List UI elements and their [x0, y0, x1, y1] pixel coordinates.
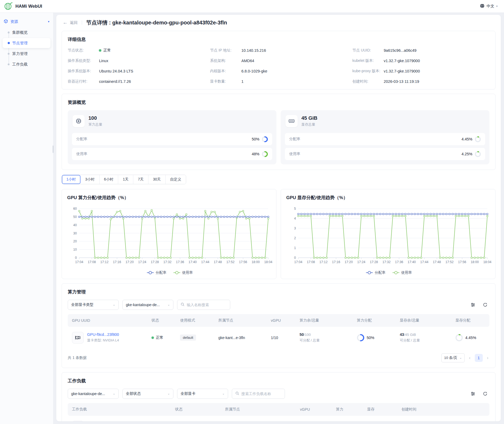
gpu-type-select[interactable]: 全部显卡类型 ⌄ — [68, 300, 119, 310]
refresh-button[interactable] — [481, 301, 489, 309]
gpu-vgpu: 1/10 — [267, 336, 295, 340]
legend-line-icon — [173, 271, 180, 274]
col-created: 创建时间 — [397, 407, 489, 412]
svg-text:17:20: 17:20 — [126, 260, 134, 264]
tab-custom[interactable]: 自定义 — [166, 175, 186, 184]
tab-3hours[interactable]: 3小时 — [81, 175, 100, 184]
tab-1hour[interactable]: 1小时 — [62, 175, 81, 184]
workload-status-select[interactable]: 全部状态 ⌄ — [122, 389, 173, 399]
rate-label: 使用率 — [289, 152, 300, 156]
main-content: ← 返回 节点详情 : gke-kantaloupe-demo-gpu-pool… — [53, 13, 504, 424]
app-logo: HAMi WebUI — [4, 1, 53, 11]
memory-total-card: 45 GiB 显存总量 分配率 4.45% — [281, 110, 489, 164]
svg-text:17:48: 17:48 — [433, 260, 441, 264]
details-grid: 节点状态: 正常 节点 IP 地址: 10.140.15.216 节点 UUID… — [68, 48, 489, 84]
sidebar-item-compute-management[interactable]: 算力管理 — [0, 49, 50, 59]
sidebar-tree: 集群概览 节点管理 算力管理 工作负载 — [0, 27, 53, 69]
language-switcher[interactable]: 中文 ▾ — [480, 3, 498, 9]
field-label: 操作系统版本: — [68, 69, 99, 74]
charts-row: GPU 算力分配/使用趋势（%） 010203040506017:0417:08… — [62, 189, 496, 279]
tab-1day[interactable]: 1天 — [118, 175, 133, 184]
gpu-search-input[interactable] — [187, 303, 227, 307]
svg-text:18:04: 18:04 — [264, 260, 272, 264]
workload-search-input[interactable] — [241, 392, 281, 396]
sidebar-item-workloads[interactable]: 工作负载 — [0, 59, 50, 69]
col-node: 所属节点 — [214, 318, 267, 323]
donut-chart — [475, 136, 481, 142]
field-kube-proxy-version: kube-proxy 版本: v1.32.7-gke.1079000 — [352, 69, 489, 74]
gpu-search-box — [177, 300, 230, 310]
field-node-status: 节点状态: 正常 — [68, 48, 205, 53]
col-node: 所属节点 — [221, 407, 296, 412]
globe-icon — [480, 3, 485, 9]
rate-label: 使用率 — [76, 152, 87, 156]
refresh-button[interactable] — [481, 389, 489, 398]
rate-label: 分配率 — [289, 137, 300, 142]
sidebar-item-node-management[interactable]: 节点管理 — [3, 38, 50, 48]
svg-text:17:08: 17:08 — [307, 260, 315, 264]
column-settings-button[interactable] — [469, 301, 477, 309]
prev-page-button[interactable]: ‹ — [468, 356, 471, 360]
workload-table-header: 工作负载 状态 所属节点 vGPU 算力 显存 创建时间 — [68, 403, 489, 416]
svg-text:0: 0 — [294, 256, 296, 260]
sidebar-group-resources[interactable]: 资源 ▾ — [0, 16, 53, 27]
svg-text:17:52: 17:52 — [445, 260, 454, 264]
legend-alloc[interactable]: 分配率 — [147, 270, 166, 275]
chevron-down-icon: ⌄ — [222, 392, 225, 395]
back-button[interactable]: 返回 — [70, 20, 78, 25]
field-gpu-count: 显卡数量: 1 — [210, 79, 347, 84]
svg-text:17:52: 17:52 — [226, 260, 234, 264]
sidebar-collapse-handle[interactable] — [53, 145, 54, 153]
legend-usage[interactable]: 使用率 — [392, 270, 412, 275]
quota-hint: 可分配 / 总量 — [400, 338, 451, 343]
field-kernel-version: 内核版本: 6.8.0-1029-gke — [210, 69, 347, 74]
column-settings-button[interactable] — [469, 389, 477, 398]
field-label: 显卡数量: — [210, 79, 241, 84]
workload-node-select[interactable]: gke-kantaloupe-de... ⌄ — [68, 389, 119, 399]
svg-text:17:56: 17:56 — [239, 260, 247, 264]
svg-text:4: 4 — [294, 217, 296, 220]
field-label: kube-proxy 版本: — [352, 69, 384, 74]
mem-total: /45 GiB — [404, 333, 416, 337]
tab-7days[interactable]: 7天 — [133, 175, 148, 184]
field-value: 10.140.15.216 — [241, 48, 266, 53]
gpu-name-link[interactable]: GPU-f9cd...23f800 — [87, 332, 119, 337]
svg-text:18:00: 18:00 — [251, 260, 260, 264]
donut-chart — [262, 151, 268, 157]
legend-line-icon — [366, 271, 373, 274]
page-title: 节点详情 : gke-kantaloupe-demo-gpu-pool-a843… — [86, 19, 227, 26]
memory-chart-title: GPU 显存分配/使用趋势（%） — [286, 195, 492, 201]
memory-total-label: 显存总量 — [301, 122, 317, 127]
compute-total-label: 算力总量 — [88, 122, 102, 127]
workload-gpu-select[interactable]: 全部显卡 ⌄ — [177, 389, 228, 399]
sidebar-item-cluster-overview[interactable]: 集群概览 — [0, 27, 50, 37]
chevron-down-icon: ⌄ — [168, 392, 170, 395]
workload-section: 工作负载 gke-kantaloupe-de... ⌄ 全部状态 ⌄ 全部显卡 … — [62, 372, 496, 421]
details-section: 详细信息 节点状态: 正常 节点 IP 地址: 10.140.15.216 节点… — [62, 31, 496, 89]
col-status: 状态 — [147, 318, 176, 323]
field-label: 系统架构: — [210, 58, 241, 63]
page-size-select[interactable]: 10 条/页 ⌄ — [441, 353, 465, 362]
chevron-down-icon: ⌄ — [459, 356, 462, 359]
total-count: 共 1 条数据 — [68, 356, 87, 360]
tab-30days[interactable]: 30天 — [148, 175, 166, 184]
rate-label: 分配率 — [76, 137, 87, 142]
back-arrow-icon[interactable]: ← — [63, 20, 68, 25]
legend-usage[interactable]: 使用率 — [173, 270, 193, 275]
field-label: 节点 IP 地址: — [210, 48, 241, 53]
field-node-ip: 节点 IP 地址: 10.140.15.216 — [210, 48, 347, 53]
tab-6hours[interactable]: 6小时 — [100, 175, 118, 184]
svg-text:1: 1 — [294, 246, 296, 250]
field-label: 节点 UUID: — [352, 48, 384, 53]
next-page-button[interactable]: › — [486, 356, 489, 360]
table-row: gpuburn-...-lb77m 运行中 gke-kant...e-3fln … — [68, 416, 489, 421]
page-number[interactable]: 1 — [475, 354, 483, 362]
page-size-value: 10 条/页 — [444, 356, 458, 360]
legend-alloc[interactable]: 分配率 — [366, 270, 386, 275]
memory-trend-chart: 01234517:0417:0817:1217:1617:2017:2417:2… — [286, 205, 492, 269]
quota-hint: 可分配 / 总量 — [300, 338, 353, 343]
field-label: 节点状态: — [68, 48, 99, 53]
node-select[interactable]: gke-kantaloupe-de... ⌄ — [122, 300, 173, 310]
legend-line-icon — [147, 271, 154, 274]
workload-search-box — [232, 389, 285, 399]
